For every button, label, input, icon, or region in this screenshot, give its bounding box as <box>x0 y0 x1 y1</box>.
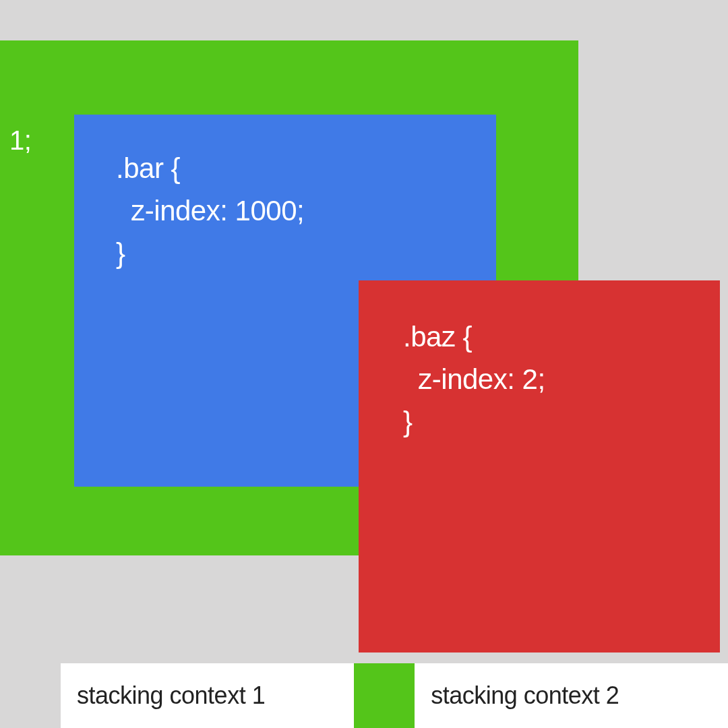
legend-label-2: stacking context 2 <box>431 681 619 710</box>
legend-bar: stacking context 1 stacking context 2 <box>0 663 728 728</box>
legend-label-1: stacking context 1 <box>77 681 265 710</box>
legend-item-2: stacking context 2 <box>354 663 619 728</box>
blue-code-text: .bar { z-index: 1000; } <box>116 147 304 274</box>
red-code-text: .baz { z-index: 2; } <box>403 315 545 443</box>
legend-swatch-2 <box>354 663 415 728</box>
legend-item-1: stacking context 1 <box>0 663 265 728</box>
legend-swatch-1 <box>0 663 61 728</box>
green-label-text: 1; <box>9 125 31 156</box>
